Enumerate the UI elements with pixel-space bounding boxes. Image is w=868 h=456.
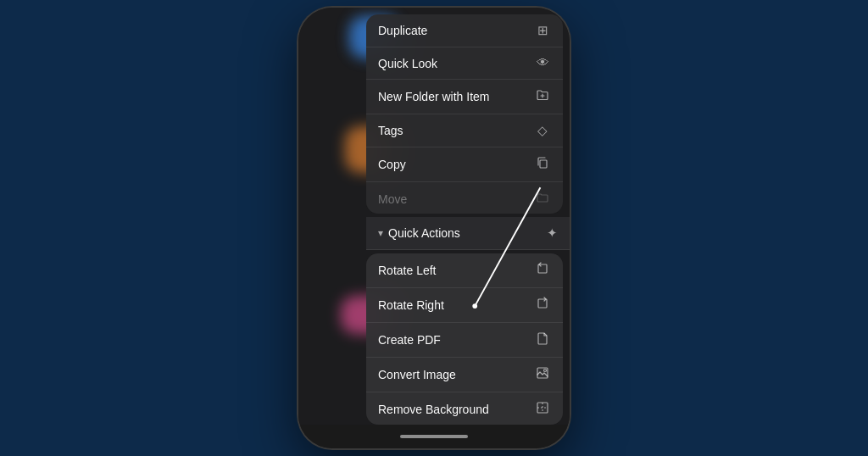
menu-item-copy[interactable]: Copy bbox=[366, 147, 563, 182]
menu-item-duplicate[interactable]: Duplicate ⊞ bbox=[366, 14, 563, 47]
menu-item-quick-look[interactable]: Quick Look 👁 bbox=[366, 47, 563, 80]
create-pdf-icon bbox=[534, 331, 551, 348]
svg-rect-2 bbox=[538, 299, 547, 308]
svg-rect-1 bbox=[538, 264, 547, 273]
menu-item-move[interactable]: Move bbox=[366, 182, 563, 214]
svg-rect-0 bbox=[540, 160, 547, 168]
quick-actions-label: Quick Actions bbox=[388, 226, 460, 240]
menu-item-convert-image[interactable]: Convert Image bbox=[366, 358, 563, 392]
rotate-right-icon bbox=[534, 297, 551, 314]
quick-actions-submenu: Rotate Left Rotate Right bbox=[366, 253, 563, 425]
move-icon bbox=[534, 191, 551, 208]
phone-screen: Duplicate ⊞ Quick Look 👁 New Folder with… bbox=[298, 8, 570, 425]
rotate-left-icon bbox=[534, 262, 551, 279]
quick-actions-left: ▾ Quick Actions bbox=[378, 226, 460, 240]
context-menu: Duplicate ⊞ Quick Look 👁 New Folder with… bbox=[366, 8, 570, 425]
copy-icon bbox=[534, 156, 551, 173]
menu-item-new-folder[interactable]: New Folder with Item bbox=[366, 80, 563, 114]
menu-item-rotate-right[interactable]: Rotate Right bbox=[366, 288, 563, 323]
quick-look-icon: 👁 bbox=[534, 56, 551, 70]
home-indicator bbox=[298, 425, 570, 448]
home-bar bbox=[400, 435, 468, 438]
quick-actions-wand-icon: ✦ bbox=[547, 225, 558, 241]
convert-image-icon bbox=[534, 366, 551, 383]
quick-actions-header[interactable]: ▾ Quick Actions ✦ bbox=[366, 217, 570, 250]
remove-background-icon bbox=[534, 401, 551, 418]
menu-item-tags[interactable]: Tags ◇ bbox=[366, 114, 563, 147]
menu-item-create-pdf[interactable]: Create PDF bbox=[366, 323, 563, 358]
new-folder-icon bbox=[534, 88, 551, 105]
top-menu-container: Duplicate ⊞ Quick Look 👁 New Folder with… bbox=[366, 14, 563, 214]
chevron-icon: ▾ bbox=[378, 227, 383, 240]
duplicate-icon: ⊞ bbox=[534, 23, 551, 38]
menu-item-rotate-left[interactable]: Rotate Left bbox=[366, 253, 563, 288]
menu-item-remove-background[interactable]: Remove Background bbox=[366, 392, 563, 425]
phone-frame: Duplicate ⊞ Quick Look 👁 New Folder with… bbox=[298, 8, 570, 448]
tags-icon: ◇ bbox=[534, 123, 551, 138]
svg-point-4 bbox=[544, 370, 547, 372]
